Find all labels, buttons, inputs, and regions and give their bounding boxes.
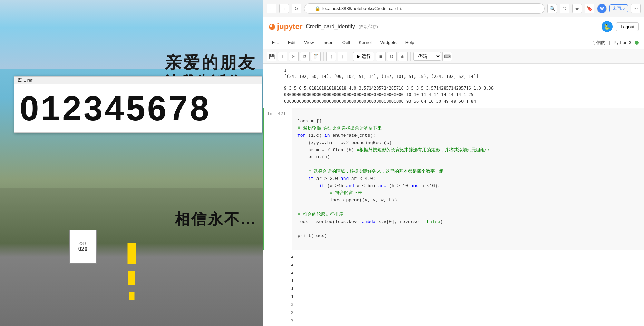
restart-button[interactable]: ↺ — [387, 52, 397, 61]
back-button[interactable]: ← — [267, 4, 276, 13]
down-arrow-icon: ↓ — [341, 54, 344, 59]
restart-run-button[interactable]: ⏭ — [398, 52, 408, 61]
milestone-number: 020 — [78, 246, 88, 252]
sep2 — [350, 52, 350, 61]
search-button[interactable]: 🔍 — [547, 4, 557, 13]
array-output-area: 1 [(24, 102, 50, 14), (90, 102, 51, 14),… — [263, 64, 644, 83]
numbers-output: 9 3 5 6 5.818181818181818 4.0 3.57142857… — [263, 83, 644, 107]
jupyter-actions: 🐍 Logout — [602, 21, 639, 32]
stop-button[interactable]: ■ — [376, 52, 386, 61]
numbers-line2: 0000000000000000000000000000000000000000… — [284, 92, 639, 98]
code-content: locs = [] # 遍历轮廓 通过比例选择出合适的留下来 for (i,c)… — [297, 111, 639, 247]
paste-button[interactable]: 📋 — [311, 52, 321, 61]
plate-digit-4: 4 — [105, 91, 124, 125]
scissors-icon: ✂ — [292, 54, 296, 59]
copy-icon: ⧉ — [303, 53, 306, 59]
right-panel: ← → ↻ 🔒 localhost:8888/notebooks/Credit_… — [263, 0, 644, 326]
chinese-text-top: 亲爱的朋友 — [165, 52, 256, 74]
browser-chrome: ← → ↻ 🔒 localhost:8888/notebooks/Credit_… — [263, 0, 644, 17]
more-button[interactable]: ⋯ — [631, 4, 641, 13]
menu-widgets[interactable]: Widgets — [377, 39, 400, 47]
output-num-7: 3 — [291, 300, 639, 308]
menu-edit[interactable]: Edit — [284, 39, 299, 47]
output-num-5: 1 — [291, 284, 639, 292]
star-button[interactable]: ★ — [572, 4, 582, 13]
road-area — [0, 188, 263, 326]
url-bar[interactable]: 🔒 localhost:8888/notebooks/Credit_card_i… — [304, 3, 545, 14]
forward-button[interactable]: → — [279, 4, 289, 13]
stop-icon: ■ — [379, 54, 382, 59]
play-icon: ▶ — [357, 54, 360, 59]
logout-button[interactable]: Logout — [616, 22, 639, 31]
python-label: Python 3 — [614, 40, 631, 45]
plate-numbers-area: 0 1 2 3 4 5 6 7 8 — [14, 84, 262, 132]
plate-title-bar: 🖼 1 ref — [14, 77, 262, 84]
copy-button[interactable]: ⧉ — [300, 52, 310, 61]
run-label: 运行 — [362, 53, 371, 60]
notebook-title[interactable]: Credit_card_identify — [306, 23, 355, 30]
url-text: localhost:8888/notebooks/Credit_card_i..… — [322, 6, 405, 11]
plate-digit-2: 2 — [62, 91, 81, 125]
shield-button[interactable]: 🛡 — [560, 4, 569, 13]
array-output-text: 1 [(24, 102, 50, 14), (90, 102, 51, 14),… — [284, 67, 639, 80]
cell-output-numbers: 2 2 2 1 1 1 3 2 2 11 11 — [263, 251, 644, 326]
plate-digit-7: 7 — [168, 91, 187, 125]
search-icon: 🔍 — [549, 6, 555, 11]
sep3 — [410, 52, 411, 61]
kernel-status-indicator — [635, 41, 639, 45]
plus-icon: + — [281, 54, 284, 59]
milestone-label: 公路 — [79, 241, 86, 246]
menu-kernel[interactable]: Kernel — [355, 39, 375, 47]
unsync-label: 未同步 — [613, 6, 625, 11]
plate-digit-3: 3 — [84, 91, 102, 125]
cell-type-select[interactable]: 代码 — [413, 52, 441, 61]
bookmark-icon: 🔖 — [587, 6, 593, 11]
autosave-status: (自动保存) — [359, 24, 378, 30]
chinese-text-bottom: 相信永不... — [175, 209, 256, 230]
output-num-6: 1 — [291, 293, 639, 300]
run-button[interactable]: ▶ 运行 — [353, 52, 374, 61]
keyboard-button[interactable]: ⌨ — [442, 52, 452, 61]
numbers-line1: 9 3 5 6 5.818181818181818 4.0 3.57142857… — [284, 85, 639, 92]
add-cell-button[interactable]: + — [278, 52, 287, 61]
cell-label-42: In [42]: — [264, 108, 292, 250]
sync-button[interactable]: 未同步 — [609, 4, 628, 12]
paste-icon: 📋 — [313, 54, 319, 59]
trusted-label: 可信的 — [592, 40, 605, 46]
save-button[interactable]: 💾 — [267, 52, 276, 61]
fast-forward-icon: ⏭ — [400, 54, 405, 59]
output-num-8: 2 — [291, 308, 639, 316]
forward-icon: → — [282, 6, 286, 11]
plate-digit-5: 5 — [126, 91, 145, 125]
sep1 — [323, 52, 324, 61]
plate-digit-1: 1 — [41, 91, 60, 125]
refresh-button[interactable]: ↻ — [292, 4, 301, 13]
save-icon: 💾 — [269, 54, 275, 59]
menu-file[interactable]: File — [269, 39, 283, 47]
output-num-4: 1 — [291, 276, 639, 284]
plate-digit-6: 6 — [147, 91, 166, 125]
menu-cell[interactable]: Cell — [339, 39, 353, 47]
output-num-2: 2 — [291, 260, 639, 268]
profile-button[interactable]: W — [597, 4, 607, 13]
plate-icon: 🖼 — [17, 78, 22, 83]
plate-digit-0: 0 — [20, 91, 38, 125]
notebook-content[interactable]: 1 [(24, 102, 50, 14), (90, 102, 51, 14),… — [263, 64, 644, 326]
cut-button[interactable]: ✂ — [289, 52, 299, 61]
output-num-3: 2 — [291, 268, 639, 276]
lock-icon: 🔒 — [315, 6, 320, 11]
milestone: 公路 020 — [69, 230, 97, 264]
bookmark-button[interactable]: 🔖 — [585, 4, 594, 13]
menu-bar: File Edit View Insert Cell Kernel Widget… — [263, 36, 644, 49]
toolbar: 💾 + ✂ ⧉ 📋 ↑ ↓ ▶ 运行 ■ ↺ — [263, 49, 644, 64]
menu-insert[interactable]: Insert — [319, 39, 337, 47]
up-arrow-icon: ↑ — [330, 54, 333, 59]
license-plate-window: 🖼 1 ref 0 1 2 3 4 5 6 7 8 — [14, 76, 262, 133]
restart-icon: ↺ — [390, 54, 394, 59]
menu-view[interactable]: View — [301, 39, 317, 47]
numbers-line3: 0000000000000000000000000000000000000000… — [284, 98, 639, 105]
move-up-button[interactable]: ↑ — [326, 52, 336, 61]
cell-input-42[interactable]: locs = [] # 遍历轮廓 通过比例选择出合适的留下来 for (i,c)… — [292, 108, 644, 250]
move-down-button[interactable]: ↓ — [338, 52, 347, 61]
menu-help[interactable]: Help — [402, 39, 418, 47]
